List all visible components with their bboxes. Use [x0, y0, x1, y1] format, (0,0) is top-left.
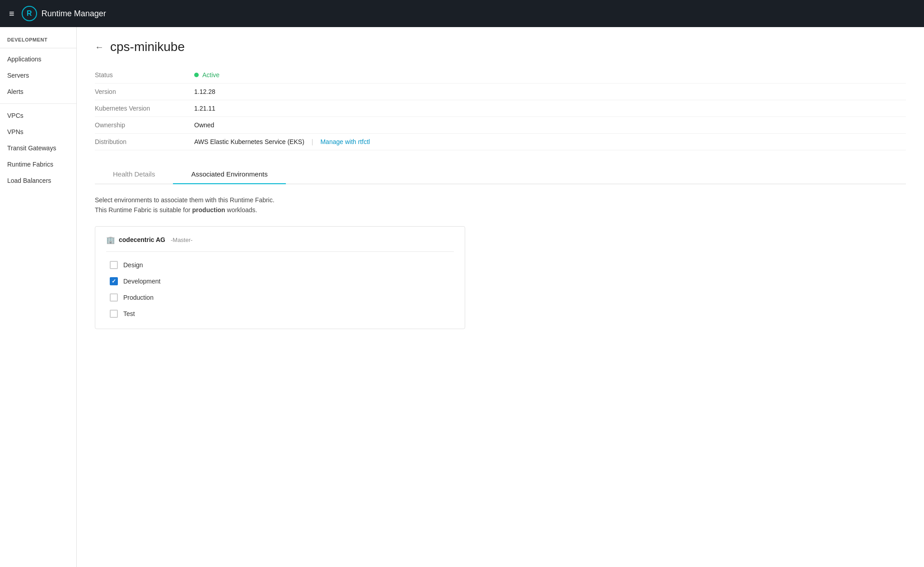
org-name: codecentric AG	[119, 236, 165, 243]
ae-description: Select environments to associate them wi…	[95, 195, 906, 215]
detail-table: Status Active Version 1.12.28 Kubernetes…	[95, 67, 906, 150]
ae-description-line1: Select environments to associate them wi…	[95, 196, 275, 204]
distribution-text: AWS Elastic Kubernetes Service (EKS)	[194, 138, 304, 145]
tab-health-details[interactable]: Health Details	[95, 165, 173, 184]
version-row: Version 1.12.28	[95, 84, 906, 100]
app-logo: R Runtime Manager	[22, 6, 106, 21]
app-title: Runtime Manager	[42, 9, 106, 19]
ownership-value: Owned	[194, 121, 214, 129]
main-content: ← cps-minikube Status Active Version 1.1…	[77, 27, 924, 567]
org-tag: -Master-	[171, 237, 192, 243]
tab-associated-environments[interactable]: Associated Environments	[173, 165, 285, 184]
distribution-value: AWS Elastic Kubernetes Service (EKS) | M…	[194, 138, 370, 145]
checkbox-production[interactable]	[110, 293, 118, 302]
env-item-design: Design	[110, 261, 450, 269]
env-item-production: Production	[110, 293, 450, 302]
logo-icon: R	[22, 6, 37, 21]
env-item-test: Test	[110, 310, 450, 318]
env-label-design: Design	[123, 261, 143, 269]
version-label: Version	[95, 88, 194, 95]
status-label: Status	[95, 71, 194, 79]
k8s-version-row: Kubernetes Version 1.21.11	[95, 100, 906, 117]
k8s-version-label: Kubernetes Version	[95, 105, 194, 112]
sidebar-item-applications[interactable]: Applications	[0, 51, 76, 67]
page-header: ← cps-minikube	[95, 40, 906, 54]
pipe-divider: |	[312, 138, 313, 145]
environment-label: DEVELOPMENT	[0, 32, 76, 48]
k8s-version-value: 1.21.11	[194, 105, 215, 112]
org-card: 🏢 codecentric AG -Master- Design Develop…	[95, 226, 465, 329]
checkbox-development[interactable]	[110, 277, 118, 285]
sidebar-item-runtime-fabrics[interactable]: Runtime Fabrics	[0, 156, 76, 172]
distribution-row: Distribution AWS Elastic Kubernetes Serv…	[95, 134, 906, 150]
checkbox-design[interactable]	[110, 261, 118, 269]
ae-description-suffix: workloads.	[225, 206, 257, 214]
env-item-development: Development	[110, 277, 450, 285]
sidebar-item-alerts[interactable]: Alerts	[0, 84, 76, 100]
env-label-test: Test	[123, 310, 135, 317]
environment-list: Design Development Production Test	[106, 259, 454, 320]
status-row: Status Active	[95, 67, 906, 84]
status-dot-icon	[194, 73, 199, 77]
top-navigation: ≡ R Runtime Manager	[0, 0, 924, 27]
status-value: Active	[194, 71, 219, 79]
sidebar-item-vpcs[interactable]: VPCs	[0, 107, 76, 124]
ownership-label: Ownership	[95, 121, 194, 129]
sidebar: DEVELOPMENT Applications Servers Alerts …	[0, 27, 77, 567]
ae-description-line2-prefix: This Runtime Fabric is suitable for	[95, 206, 192, 214]
ownership-row: Ownership Owned	[95, 117, 906, 134]
page-title: cps-minikube	[110, 40, 185, 54]
status-text: Active	[202, 71, 219, 79]
manage-rtfctl-link[interactable]: Manage with rtfctl	[320, 138, 370, 145]
version-value: 1.12.28	[194, 88, 215, 95]
sidebar-item-load-balancers[interactable]: Load Balancers	[0, 172, 76, 189]
distribution-label: Distribution	[95, 138, 194, 145]
env-label-development: Development	[123, 278, 161, 285]
org-header: 🏢 codecentric AG -Master-	[106, 236, 454, 252]
hamburger-icon[interactable]: ≡	[9, 9, 14, 19]
org-icon: 🏢	[106, 236, 115, 244]
env-label-production: Production	[123, 294, 154, 301]
ae-description-bold: production	[192, 206, 225, 214]
sidebar-item-servers[interactable]: Servers	[0, 67, 76, 84]
checkbox-test[interactable]	[110, 310, 118, 318]
back-button[interactable]: ←	[95, 42, 104, 52]
tab-bar: Health Details Associated Environments	[95, 165, 906, 184]
sidebar-item-transit-gateways[interactable]: Transit Gateways	[0, 140, 76, 156]
sidebar-item-vpns[interactable]: VPNs	[0, 124, 76, 140]
